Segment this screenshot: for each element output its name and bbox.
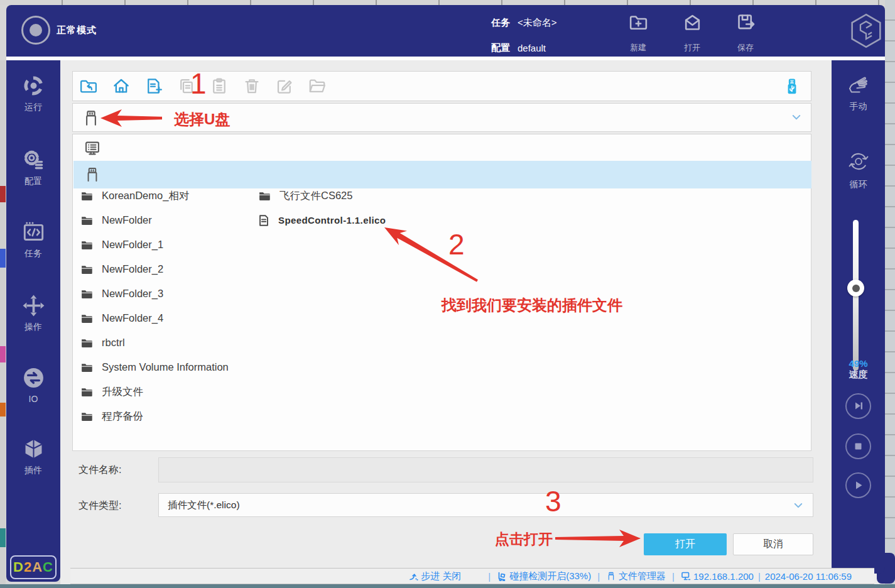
sidebar-item-label: IO — [29, 394, 38, 404]
config-value: default — [518, 43, 546, 53]
filename-input[interactable] — [158, 457, 813, 482]
folder-row[interactable]: NewFolder_4 — [79, 306, 163, 330]
speed-label: 速度 — [832, 369, 885, 381]
collision-status[interactable]: 碰撞检测开启(33%) — [497, 570, 591, 582]
cancel-button[interactable]: 取消 — [733, 533, 813, 555]
stop-button[interactable] — [845, 433, 871, 459]
folder-row[interactable]: rbctrl — [79, 330, 125, 355]
filemanager-status-label: 文件管理器 — [619, 570, 666, 582]
file-toolbar — [72, 71, 811, 101]
usb-drive-icon — [782, 77, 802, 97]
filetype-select[interactable]: 插件文件(*.elico) — [158, 493, 813, 517]
home-icon — [112, 77, 131, 95]
skip-icon — [852, 400, 864, 412]
drive-selector[interactable] — [72, 103, 811, 132]
folder-icon — [79, 312, 94, 325]
right-sidebar: 手动 循环 49% 速度 — [832, 60, 885, 574]
step-status[interactable]: 步进 关闭 — [408, 570, 461, 582]
sidebar-item-io[interactable]: IO — [6, 366, 60, 404]
save-task-button[interactable]: 保存 — [723, 12, 768, 53]
speed-percent: 49% — [832, 358, 885, 369]
folder-row[interactable]: KoreanDemo_相对 — [79, 183, 189, 208]
hand-icon — [844, 72, 873, 97]
copy-icon — [177, 77, 196, 95]
usb-drive-icon — [606, 571, 616, 581]
brand-cube-logo-icon — [847, 11, 886, 50]
config-label: 配置 — [491, 42, 510, 54]
sidebar-item-manual[interactable]: 手动 — [832, 72, 885, 112]
folder-row[interactable]: 程序备份 — [79, 404, 143, 428]
folder-back-icon — [79, 77, 98, 95]
folder-icon — [79, 386, 94, 398]
plugin-file-item[interactable]: SpeedControl-1.1.elico — [257, 208, 386, 232]
back-button[interactable] — [79, 77, 98, 95]
loop-arrows-icon — [845, 148, 872, 175]
open-task-button[interactable]: 打开 — [670, 12, 715, 53]
folder-row[interactable]: NewFolder_1 — [79, 232, 163, 257]
mode-label: 正常模式 — [57, 24, 97, 36]
new-task-button[interactable]: 新建 — [616, 12, 661, 53]
save-icon — [735, 12, 756, 33]
background-bottom-strip — [0, 584, 895, 588]
top-bar: 正常模式 任务 <未命名> 配置 default 新建 打开 保存 — [6, 5, 885, 57]
filetype-label: 文件类型: — [79, 499, 121, 513]
collision-status-label: 碰撞检测开启(33%) — [509, 570, 591, 582]
home-button[interactable] — [112, 77, 131, 95]
collision-icon — [497, 571, 507, 581]
sidebar-item-label: 运行 — [24, 102, 42, 113]
sidebar-item-run[interactable]: 运行 — [6, 74, 60, 113]
rename-button[interactable] — [275, 77, 294, 95]
background-top-strip — [0, 0, 895, 5]
open-folder-button[interactable] — [308, 77, 327, 95]
folder-row[interactable]: NewFolder — [79, 208, 152, 232]
paste-button[interactable] — [210, 77, 229, 95]
sidebar-item-operate[interactable]: 操作 — [6, 294, 60, 333]
folder-icon — [79, 410, 94, 423]
filemanager-status[interactable]: 文件管理器 — [606, 570, 666, 582]
step-forward-button[interactable] — [845, 393, 871, 419]
sidebar-item-plugin[interactable]: 插件 — [6, 437, 60, 476]
separator: | — [488, 571, 491, 582]
copy-button[interactable] — [177, 77, 196, 95]
delete-button[interactable] — [242, 77, 261, 95]
folder-icon — [79, 214, 94, 227]
task-label: 任务 — [491, 17, 510, 29]
usb-device-button[interactable] — [782, 77, 802, 97]
document-plus-icon — [144, 77, 163, 95]
chevron-down-icon[interactable] — [793, 500, 804, 511]
sidebar-item-config[interactable]: 配置 — [6, 148, 60, 187]
sidebar-item-label: 插件 — [24, 465, 42, 476]
folder-icon — [79, 190, 94, 202]
play-button[interactable] — [845, 472, 871, 498]
folder-row[interactable]: 升级文件 — [79, 379, 143, 404]
play-icon — [852, 479, 864, 491]
gear-icon — [22, 148, 45, 172]
sidebar-item-label: 操作 — [24, 322, 42, 333]
divider — [6, 57, 885, 60]
folder-row[interactable]: 飞行文件CS625 — [257, 183, 352, 208]
mode-indicator-icon — [30, 24, 42, 36]
move-arrows-icon — [22, 294, 45, 317]
mode-button[interactable] — [21, 16, 50, 45]
folder-icon — [79, 288, 94, 300]
trash-icon — [242, 77, 261, 95]
save-task-label: 保存 — [737, 42, 754, 53]
separator: | — [597, 571, 600, 582]
run-target-icon — [22, 74, 45, 97]
open-button[interactable]: 打开 — [644, 533, 727, 555]
new-task-label: 新建 — [630, 42, 646, 53]
brand-letter: A — [32, 559, 43, 575]
sidebar-item-task[interactable]: 任务 — [6, 220, 60, 259]
list-item-local-computer[interactable] — [73, 136, 811, 161]
folder-row[interactable]: NewFolder_2 — [79, 257, 163, 281]
folder-open-icon — [308, 77, 327, 95]
chevron-down-icon[interactable] — [791, 112, 802, 123]
sidebar-item-loop[interactable]: 循环 — [832, 148, 885, 190]
file-icon — [257, 214, 271, 227]
folder-icon — [79, 361, 94, 374]
folder-row[interactable]: NewFolder_3 — [79, 281, 163, 306]
speed-slider-handle[interactable] — [847, 280, 864, 297]
new-file-button[interactable] — [144, 77, 163, 95]
folder-row[interactable]: System Volume Information — [79, 355, 229, 379]
step-status-label: 步进 关闭 — [421, 570, 461, 582]
